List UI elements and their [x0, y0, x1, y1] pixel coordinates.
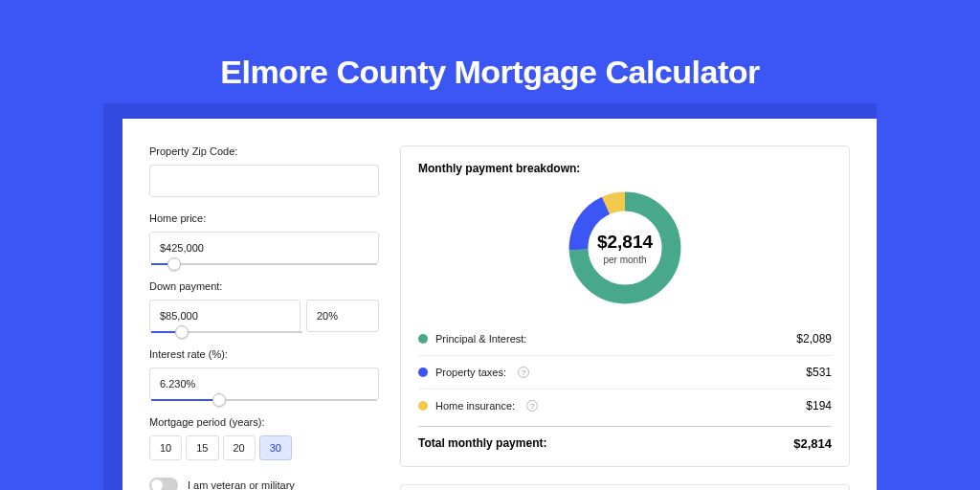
interest-slider-fill	[151, 399, 219, 401]
veteran-row: I am veteran or military	[149, 478, 379, 490]
donut-amount: $2,814	[597, 232, 653, 253]
home-price-block: Home price:	[149, 212, 379, 265]
home-price-slider[interactable]	[151, 263, 377, 265]
down-payment-input[interactable]	[149, 300, 301, 332]
legend-dot	[418, 368, 428, 377]
zip-label: Property Zip Code:	[149, 145, 379, 157]
period-btn-20[interactable]: 20	[223, 435, 256, 460]
total-label: Total monthly payment:	[418, 436, 546, 451]
line-value: $194	[806, 399, 832, 412]
home-price-label: Home price:	[149, 212, 379, 224]
breakdown-lines: Principal & Interest:$2,089Property taxe…	[418, 323, 832, 422]
period-label: Mortgage period (years):	[149, 416, 379, 428]
interest-slider[interactable]	[151, 399, 377, 401]
down-payment-label: Down payment:	[149, 280, 379, 292]
total-row: Total monthly payment: $2,814	[418, 426, 832, 451]
zip-input[interactable]	[149, 165, 379, 197]
line-label: Principal & Interest:	[435, 333, 526, 345]
period-block: Mortgage period (years): 10152030	[149, 416, 379, 460]
down-payment-slider-thumb[interactable]	[175, 325, 189, 339]
interest-slider-thumb[interactable]	[212, 393, 226, 407]
info-icon[interactable]: ?	[518, 367, 529, 378]
home-price-slider-thumb[interactable]	[167, 257, 181, 271]
period-btn-30[interactable]: 30	[259, 435, 292, 460]
legend-dot	[418, 401, 428, 411]
breakdown-line: Home insurance:?$194	[418, 389, 832, 422]
line-value: $2,089	[796, 332, 832, 345]
total-value: $2,814	[793, 436, 832, 451]
form-column: Property Zip Code: Home price: Down paym…	[149, 145, 379, 490]
interest-input[interactable]	[149, 368, 379, 400]
down-payment-pct-input[interactable]	[306, 300, 379, 332]
breakdown-card: Monthly payment breakdown: $2,814 per mo…	[400, 145, 850, 467]
interest-block: Interest rate (%):	[149, 348, 379, 401]
down-payment-block: Down payment:	[149, 280, 379, 333]
donut-chart: $2,814 per month	[564, 187, 686, 309]
interest-label: Interest rate (%):	[149, 348, 379, 360]
legend-dot	[418, 334, 428, 344]
donut-sub: per month	[603, 255, 646, 265]
period-btn-10[interactable]: 10	[149, 435, 182, 460]
down-payment-slider[interactable]	[151, 331, 302, 333]
line-label: Property taxes:	[435, 367, 506, 378]
calculator-panel: Property Zip Code: Home price: Down paym…	[122, 119, 877, 490]
veteran-label: I am veteran or military	[188, 479, 295, 490]
period-btn-15[interactable]: 15	[186, 435, 218, 460]
home-price-input[interactable]	[149, 232, 379, 264]
line-label: Home insurance:	[435, 400, 515, 412]
amortization-card: Amortization for mortgage loan Amortizat…	[400, 484, 850, 490]
info-icon[interactable]: ?	[526, 400, 538, 412]
breakdown-line: Principal & Interest:$2,089	[418, 323, 832, 355]
veteran-toggle[interactable]	[149, 478, 178, 490]
results-column: Monthly payment breakdown: $2,814 per mo…	[400, 145, 850, 490]
zip-block: Property Zip Code:	[149, 145, 379, 197]
page-title: Elmore County Mortgage Calculator	[0, 54, 980, 91]
donut-center: $2,814 per month	[564, 187, 686, 309]
period-options: 10152030	[149, 435, 379, 460]
line-value: $531	[806, 366, 832, 379]
breakdown-title: Monthly payment breakdown:	[418, 162, 832, 175]
breakdown-line: Property taxes:?$531	[418, 355, 832, 389]
donut-chart-wrap: $2,814 per month	[418, 187, 832, 309]
